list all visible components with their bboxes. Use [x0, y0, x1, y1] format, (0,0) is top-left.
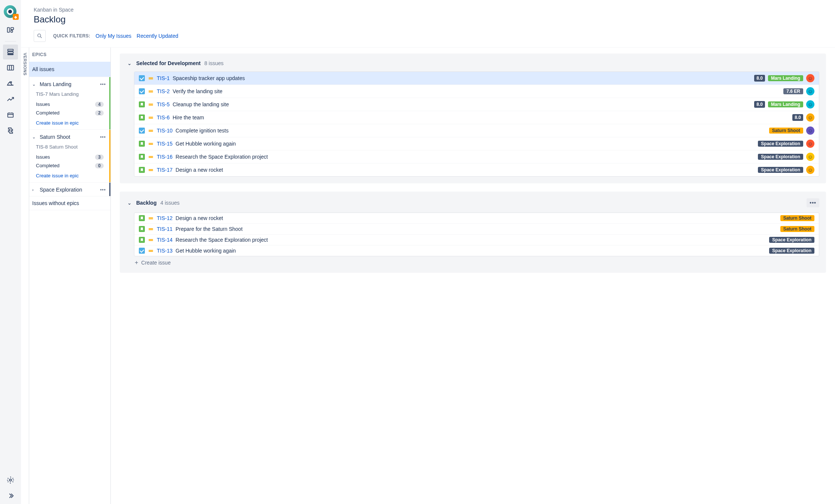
epic-tag[interactable]: Space Exploration [758, 154, 803, 160]
epic-all-issues[interactable]: All issues [29, 62, 110, 77]
issue-summary: Complete ignition tests [176, 128, 229, 134]
issue-summary: Prepare for the Saturn Shoot [176, 226, 243, 232]
issue-key[interactable]: TIS-10 [157, 128, 173, 134]
epic-tag[interactable]: Saturn Shoot [769, 128, 803, 134]
nav-settings-icon[interactable] [3, 473, 18, 488]
issue-key[interactable]: TIS-5 [157, 101, 170, 107]
issue-row[interactable]: TIS-15Get Hubble working againSpace Expl… [134, 137, 819, 150]
nav-roadmap-icon[interactable] [3, 22, 18, 37]
issue-key[interactable]: TIS-2 [157, 88, 170, 94]
issue-row[interactable]: TIS-13Get Hubble working againSpace Expl… [134, 245, 819, 256]
assignee-avatar[interactable]: ☺ [806, 113, 814, 122]
epics-panel: EPICS All issues ⌄Mars Landing•••TIS-7 M… [29, 48, 111, 504]
search-button[interactable] [34, 30, 46, 42]
create-issue-in-epic[interactable]: Create issue in epic [29, 170, 110, 182]
issue-row[interactable]: TIS-16Research the Space Exploration pro… [134, 150, 819, 164]
section-header: ⌄Selected for Development8 issues [127, 58, 819, 71]
section-more-icon[interactable]: ••• [807, 198, 819, 207]
filter-recently-updated[interactable]: Recently Updated [137, 33, 178, 39]
assignee-avatar[interactable]: ☺ [806, 74, 814, 82]
issue-type-task-icon [139, 88, 145, 94]
epics-header: EPICS [29, 48, 110, 62]
nav-addons-icon[interactable] [3, 123, 18, 138]
chevron-down-icon[interactable]: ⌄ [127, 60, 132, 66]
issue-type-story-icon [139, 237, 145, 243]
issue-row[interactable]: TIS-12Design a new rocketSaturn Shoot [134, 213, 819, 224]
nav-reports-icon[interactable] [3, 92, 18, 107]
chevron-down-icon[interactable]: ⌄ [127, 200, 132, 206]
epic-more-icon[interactable]: ••• [98, 81, 107, 88]
backlog-section: ⌄Selected for Development8 issuesTIS-1Sp… [120, 54, 826, 183]
breadcrumb[interactable]: Kanban in Space [34, 7, 822, 13]
epic-tag[interactable]: Space Exploration [769, 237, 814, 243]
page-header: Kanban in Space Backlog Quick Filters: O… [21, 0, 835, 47]
issue-row[interactable]: TIS-1Spaceship tracker app updates8.0Mar… [134, 72, 819, 85]
nav-board-icon[interactable] [3, 60, 18, 75]
section-title: Selected for Development [136, 60, 201, 66]
issue-key[interactable]: TIS-17 [157, 167, 173, 173]
epic-tag[interactable]: 7.6 ER [783, 88, 803, 94]
priority-medium-icon [148, 237, 154, 243]
issue-key[interactable]: TIS-16 [157, 154, 173, 160]
epic-tag[interactable]: Mars Landing [768, 75, 803, 81]
nav-expand-icon[interactable] [3, 488, 18, 503]
issue-key[interactable]: TIS-13 [157, 248, 173, 254]
issue-key[interactable]: TIS-12 [157, 215, 173, 221]
issue-row[interactable]: TIS-14Research the Space Exploration pro… [134, 235, 819, 245]
issue-row[interactable]: TIS-6Hire the team8.0☺ [134, 111, 819, 124]
issue-row[interactable]: TIS-11Prepare for the Saturn ShootSaturn… [134, 224, 819, 235]
issue-type-task-icon [139, 248, 145, 254]
issue-summary: Research the Space Exploration project [176, 154, 268, 160]
epic-more-icon[interactable]: ••• [98, 186, 107, 193]
filter-only-my-issues[interactable]: Only My Issues [95, 33, 131, 39]
assignee-avatar[interactable]: ☺ [806, 87, 814, 95]
epic-group-toggle[interactable]: ›Space Exploration••• [29, 183, 110, 196]
issue-key[interactable]: TIS-6 [157, 114, 170, 120]
issue-key[interactable]: TIS-1 [157, 75, 170, 81]
issue-key[interactable]: TIS-15 [157, 141, 173, 147]
issue-summary: Spaceship tracker app updates [173, 75, 245, 81]
epic-tag[interactable]: Saturn Shoot [780, 215, 814, 221]
assignee-avatar[interactable]: ☺ [806, 100, 814, 109]
priority-medium-icon [148, 154, 154, 160]
issue-key[interactable]: TIS-14 [157, 237, 173, 243]
epic-key-link[interactable]: TIS-8 Saturn Shoot [29, 143, 110, 153]
app-logo[interactable]: ◆ [4, 5, 17, 19]
epic-tag[interactable]: Space Exploration [769, 248, 814, 254]
priority-medium-icon [148, 226, 154, 232]
epic-tag[interactable]: Mars Landing [768, 101, 803, 107]
chevron-down-icon: ⌄ [32, 82, 37, 87]
svg-rect-11 [7, 113, 13, 117]
nav-backlog-icon[interactable] [3, 45, 18, 59]
create-issue-in-epic[interactable]: Create issue in epic [29, 117, 110, 129]
epic-group-toggle[interactable]: ⌄Saturn Shoot••• [29, 130, 110, 143]
nav-components-icon[interactable] [3, 107, 18, 122]
nav-releases-icon[interactable] [3, 76, 18, 91]
issue-row[interactable]: TIS-17Design a new rocketSpace Explorati… [134, 164, 819, 176]
priority-medium-icon [148, 75, 154, 81]
issue-row[interactable]: TIS-5Cleanup the landing site8.0Mars Lan… [134, 98, 819, 111]
epic-more-icon[interactable]: ••• [98, 134, 107, 140]
assignee-avatar[interactable]: ☺ [806, 166, 814, 174]
epic-group-toggle[interactable]: ⌄Mars Landing••• [29, 77, 110, 91]
priority-medium-icon [148, 248, 154, 254]
issue-row[interactable]: TIS-2Verify the landing site7.6 ER☺ [134, 85, 819, 98]
page-title: Backlog [34, 14, 822, 25]
epic-issues-without-epics[interactable]: Issues without epics [29, 196, 110, 210]
epic-tag[interactable]: Space Exploration [758, 141, 803, 147]
priority-medium-icon [148, 114, 154, 120]
issue-key[interactable]: TIS-11 [157, 226, 173, 232]
assignee-avatar[interactable]: ☺ [806, 126, 814, 135]
issue-row[interactable]: TIS-10Complete ignition testsSaturn Shoo… [134, 124, 819, 137]
issue-summary: Cleanup the landing site [173, 101, 229, 107]
epic-tag[interactable]: Saturn Shoot [780, 226, 814, 232]
versions-tab[interactable]: VERSIONS [21, 48, 29, 504]
assignee-avatar[interactable]: ☺ [806, 153, 814, 161]
assignee-avatar[interactable]: ☺ [806, 140, 814, 148]
epic-tag[interactable]: Space Exploration [758, 167, 803, 173]
create-issue-button[interactable]: +Create issue [127, 256, 819, 266]
issue-type-story-icon [139, 215, 145, 221]
priority-medium-icon [148, 128, 154, 134]
epic-key-link[interactable]: TIS-7 Mars Landing [29, 91, 110, 100]
issue-summary: Get Hubble working again [176, 141, 236, 147]
